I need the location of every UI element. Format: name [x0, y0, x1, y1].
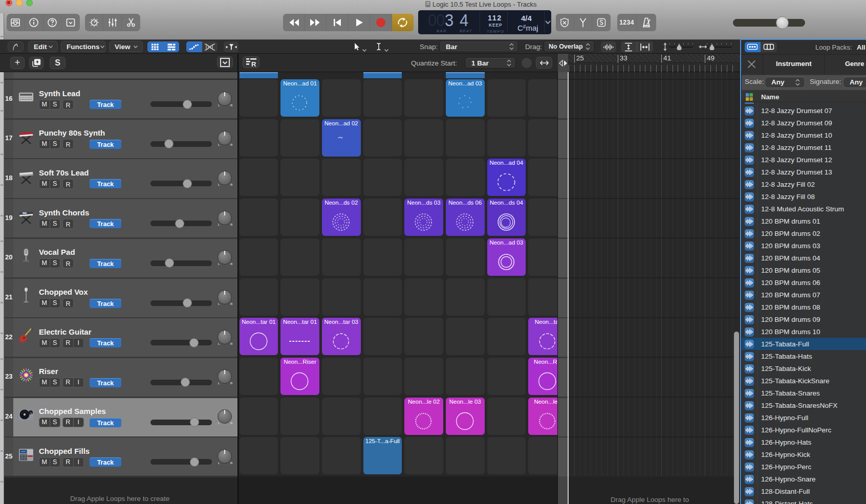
- svg-text:R: R: [251, 60, 256, 68]
